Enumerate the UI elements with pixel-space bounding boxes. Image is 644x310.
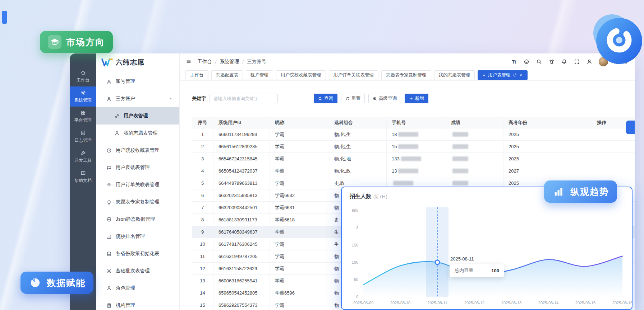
cell-action xyxy=(568,165,635,177)
sidebar-item[interactable]: 各省份政策初始化表 xyxy=(96,245,179,262)
right-edge-widget[interactable] xyxy=(626,121,635,134)
sidebar-item-label: 各省份政策初始化表 xyxy=(116,250,160,257)
svg-text:100: 100 xyxy=(352,260,358,264)
sidebar-item-label: 三方账户 xyxy=(116,95,135,102)
query-button[interactable]: 查询 xyxy=(314,94,337,103)
sidebar-item[interactable]: 用户反馈表管理 xyxy=(96,159,179,176)
close-icon xyxy=(519,73,523,77)
cell-subjects: 物,化,生 xyxy=(329,128,387,141)
cell-nickname: 学霸 xyxy=(270,141,329,153)
cell-nickname: 学霸 xyxy=(270,263,329,275)
fullscreen-icon xyxy=(574,59,580,65)
sidebar-item[interactable]: 角色管理 xyxy=(96,280,179,297)
tab-item[interactable]: 租户管理 xyxy=(246,70,273,80)
cell-nickname: 学霸6632 xyxy=(270,189,329,202)
tab-item[interactable]: 用户院校收藏表管理 xyxy=(276,70,326,80)
tab-item[interactable]: 志愿配置表 xyxy=(211,70,243,80)
redacted-score xyxy=(452,144,468,149)
cell-user-id: 660063186255941 xyxy=(213,275,270,287)
sidebar-item-label: 用户反馈表管理 xyxy=(116,164,150,171)
sidebar-item[interactable]: 机构管理 xyxy=(96,297,179,310)
sidebar-item-label: 我的志愿表管理 xyxy=(124,130,158,136)
sidebar-item[interactable]: 院校排名管理 xyxy=(96,228,179,245)
badge-empower: 数据赋能 xyxy=(20,272,93,294)
breadcrumb-item[interactable]: 工作台 xyxy=(197,58,212,65)
cell-user-id: 661631158722629 xyxy=(213,263,270,275)
sidebar-item-label: 用户表管理 xyxy=(124,113,148,119)
bell-icon xyxy=(561,59,567,65)
tab-item[interactable]: 工作台 xyxy=(185,70,208,80)
menu-toggle-icon[interactable] xyxy=(186,59,192,65)
cell-user-id: 665467242315845 xyxy=(213,153,270,165)
table-header-cell: 选科组合 xyxy=(329,117,387,128)
table-header-cell: 高考年份 xyxy=(503,117,568,128)
cell-nickname: 学霸6596 xyxy=(270,287,329,299)
breadcrumb-item[interactable]: 系统管理 xyxy=(220,58,239,65)
cell-nickname: 学霸 xyxy=(270,153,329,165)
sidebar-item[interactable]: 用户表管理 xyxy=(96,107,179,125)
search-icon[interactable] xyxy=(536,58,542,65)
cell-score xyxy=(446,165,503,177)
brand-name: 六纬志愿 xyxy=(116,58,144,67)
skin-icon xyxy=(549,59,555,65)
tab-label: 用户表管理 xyxy=(488,72,511,78)
bar-chart-icon xyxy=(552,185,566,198)
sidebar-item[interactable]: 基础批次表管理 xyxy=(96,262,179,280)
emoji-icon xyxy=(524,59,529,65)
sidebar-item[interactable]: 三方账户 xyxy=(96,90,179,107)
tab-item[interactable]: 志愿表专家复制管理 xyxy=(381,70,431,80)
cell-user-id: 665054124372037 xyxy=(213,165,270,177)
tab-active[interactable]: 用户表管理 xyxy=(478,70,528,80)
emoji-icon[interactable] xyxy=(523,58,530,65)
tab-label: 工作台 xyxy=(190,72,204,78)
badge-trend-label: 纵观趋势 xyxy=(570,186,609,198)
keyword-label: 关键字 xyxy=(192,95,206,102)
font-size-icon[interactable]: Tt xyxy=(511,58,517,65)
skin-icon[interactable] xyxy=(548,58,555,65)
chart-tooltip: 2025-08-11 总内容量 100 xyxy=(450,256,504,277)
sidebar-item[interactable]: Json静态数据管理 xyxy=(96,211,179,228)
table-row[interactable]: 1666011734196293学霸物,化,生182025 xyxy=(192,128,635,141)
sidebar-item[interactable]: 用户院校收藏表管理 xyxy=(96,142,179,159)
table-row[interactable]: 2665615612809285学霸物,化,生152025 xyxy=(192,141,635,153)
cell-nickname: 学霸 xyxy=(270,165,329,177)
sidebar-item[interactable]: 我的志愿表管理 xyxy=(96,125,179,142)
cell-action xyxy=(568,128,635,141)
sidebar-item[interactable]: 志愿表专家复制管理 xyxy=(96,193,179,211)
advanced-query-button[interactable]: 高级查询 xyxy=(368,94,401,103)
cell-no: 10 xyxy=(192,238,213,250)
primary-nav-item[interactable]: 帮助文档 xyxy=(70,167,96,187)
breadcrumb-item[interactable]: 三方账号 xyxy=(247,58,266,65)
tab-item[interactable]: 用户订单关联表管理 xyxy=(329,70,379,80)
primary-nav-item[interactable]: 系统管理 xyxy=(70,86,96,107)
cell-no: 12 xyxy=(192,263,213,275)
fullscreen-icon[interactable] xyxy=(574,58,580,65)
table-row[interactable]: 4665054124372037学霸物,化,政132027 xyxy=(192,165,635,177)
tab-label: 志愿配置表 xyxy=(216,72,239,78)
keyword-input[interactable] xyxy=(210,94,278,103)
bell-icon[interactable] xyxy=(561,58,567,65)
badge-empower-label: 数据赋能 xyxy=(47,277,86,289)
primary-nav-item[interactable]: 日志管理 xyxy=(70,127,96,147)
tool-icon xyxy=(80,150,86,156)
cell-no: 13 xyxy=(192,275,213,287)
primary-nav-item[interactable]: 开发工具 xyxy=(70,147,96,167)
brand-logo-icon xyxy=(101,58,113,67)
cell-user-id: 659629267554373 xyxy=(213,299,270,310)
tab-item[interactable]: 我的志愿表管理 xyxy=(434,70,475,80)
reset-button[interactable]: 重置 xyxy=(341,94,365,103)
svg-text:2025-08-10: 2025-08-10 xyxy=(390,301,410,305)
primary-nav-label: 日志管理 xyxy=(74,137,92,144)
add-button[interactable]: 新增 xyxy=(405,94,428,103)
tab-label: 用户院校收藏表管理 xyxy=(281,72,321,78)
sidebar-item[interactable]: 账号管理 xyxy=(96,73,179,90)
redacted-phone xyxy=(398,132,418,137)
cell-user-id: 659650542452805 xyxy=(213,287,270,299)
sidebar-item[interactable]: 用户订单关联表管理 xyxy=(96,176,179,193)
primary-nav-item[interactable]: 平台管理 xyxy=(70,107,96,127)
svg-text:2025-08-16: 2025-08-16 xyxy=(612,301,632,305)
primary-nav-item[interactable]: 工作台 xyxy=(70,66,96,86)
cell-action xyxy=(568,153,635,165)
table-row[interactable]: 3665467242315845学霸物,化,地1332025 xyxy=(192,153,635,165)
cell-nickname: 学霸 xyxy=(270,177,329,189)
